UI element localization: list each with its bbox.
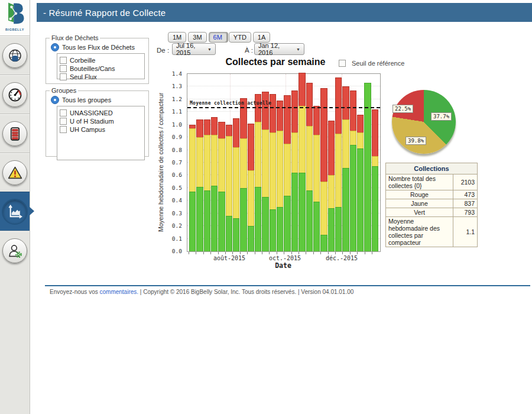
range-button-6m[interactable]: 6M — [209, 32, 227, 43]
yellow-segment — [196, 137, 203, 187]
page-header: - Résumé Rapport de Collecte — [37, 3, 532, 22]
checkbox-label: Seul Flux — [70, 73, 97, 80]
green-segment — [255, 187, 261, 251]
footer-rest: | Copyright © 2016 BigBelly Solar, Inc. … — [138, 289, 353, 295]
waste-stream-filter-panel: Flux de Déchets Tous les Flux de Déchets… — [46, 34, 149, 84]
row-value: 473 — [453, 190, 478, 199]
admin-button[interactable] — [2, 238, 27, 263]
sidebar-item-fullness[interactable] — [0, 114, 30, 153]
alert-triangle-icon — [7, 165, 23, 181]
stacked-bar-week-24[interactable] — [357, 115, 364, 251]
range-button-1m[interactable]: 1M — [168, 32, 186, 43]
checkbox-row-uh-campus[interactable]: UH Campus — [60, 126, 142, 133]
checkbox[interactable] — [60, 118, 67, 125]
stacked-bar-week-14[interactable] — [284, 95, 290, 251]
stacked-bar-week-10[interactable] — [255, 94, 261, 251]
stacked-bar-week-20[interactable] — [328, 121, 335, 251]
pie-label-red: 22.5% — [392, 105, 413, 113]
stacked-bar-week-6[interactable] — [226, 125, 232, 251]
stacked-bar-week-15[interactable] — [291, 90, 298, 251]
from-date-dropdown[interactable]: Jul 16, 2015 ▼ — [172, 43, 216, 55]
stacked-bar-week-8[interactable] — [240, 98, 246, 251]
fullness-button[interactable] — [2, 121, 27, 146]
all-waste-streams-radio-row[interactable]: Tous les Flux de Déchets — [51, 43, 145, 51]
sidebar-item-admin[interactable] — [0, 231, 30, 270]
x-axis-title: Date — [187, 261, 379, 270]
checkbox[interactable] — [60, 73, 67, 80]
radio-selected-icon[interactable] — [51, 43, 59, 51]
stacked-bar-week-16[interactable] — [299, 73, 305, 251]
checkbox[interactable] — [60, 126, 67, 133]
sidebar-item-reports[interactable] — [0, 192, 30, 231]
checkbox-row-seul-flux[interactable]: Seul Flux — [60, 73, 142, 80]
checkbox-row-corbeille[interactable]: Corbeille — [60, 57, 142, 64]
table-row: Nombre total des collectes {0}2103 — [386, 174, 478, 190]
stacked-bar-week-11[interactable] — [262, 92, 268, 251]
stacked-bar-week-18[interactable] — [313, 106, 320, 251]
green-segment — [226, 216, 232, 251]
sidebar-item-map[interactable] — [0, 35, 30, 75]
stacked-bar-week-26[interactable] — [372, 109, 378, 251]
stacked-bar-week-5[interactable] — [218, 122, 225, 251]
range-button-1a[interactable]: 1A — [253, 32, 270, 43]
all-groups-radio-row[interactable]: Tous les groupes — [51, 96, 145, 104]
stacked-bar-week-19[interactable] — [320, 88, 327, 251]
alerts-button[interactable] — [2, 160, 27, 185]
sidebar-item-alerts[interactable] — [0, 153, 30, 192]
checkbox-row-bouteilles-cans[interactable]: Bouteilles/Cans — [60, 65, 142, 72]
stacked-bar-week-13[interactable] — [277, 101, 283, 251]
red-segment — [357, 115, 364, 132]
all-waste-streams-label: Tous les Flux de Déchets — [62, 44, 135, 51]
stacked-bar-week-23[interactable] — [350, 90, 356, 251]
stacked-bar-week-2[interactable] — [196, 119, 203, 251]
bigbelly-logo[interactable]: BIGBELLY — [0, 0, 30, 35]
sidebar-item-dashboard[interactable] — [0, 75, 30, 114]
table-row: Jaune837 — [386, 199, 478, 208]
row-value: 793 — [453, 208, 478, 217]
red-segment — [233, 118, 239, 147]
stacked-bar-week-21[interactable] — [335, 77, 342, 251]
green-segment — [291, 173, 298, 251]
checkbox-row-unassigned[interactable]: UNASSIGNED — [60, 109, 142, 117]
dashboard-button[interactable] — [2, 82, 27, 107]
stacked-bar-week-3[interactable] — [204, 119, 210, 251]
checkbox-label: UNASSIGNED — [70, 109, 113, 117]
y-tick-label: 0.1 — [172, 235, 182, 241]
to-date-dropdown[interactable]: Jan 12, 2016 ▼ — [254, 43, 304, 55]
map-button[interactable] — [2, 43, 27, 68]
checkbox[interactable] — [60, 65, 67, 72]
stacked-bar-week-12[interactable] — [270, 94, 276, 251]
range-button-ytd[interactable]: YTD — [229, 32, 251, 43]
stacked-bar-week-1[interactable] — [189, 125, 196, 251]
reports-button[interactable] — [2, 199, 28, 225]
radio-selected-icon[interactable] — [51, 96, 59, 104]
stacked-bar-week-9[interactable] — [248, 124, 254, 251]
y-tick-label: 0.0 — [172, 248, 182, 254]
threshold-checkbox[interactable] — [339, 60, 346, 67]
yellow-segment — [218, 138, 225, 192]
yellow-segment — [350, 131, 356, 145]
bigbelly-logo-icon — [4, 0, 26, 25]
stacked-bar-week-7[interactable] — [233, 118, 239, 251]
threshold-line — [187, 107, 380, 108]
sidebar: BIGBELLY — [0, 0, 30, 414]
stacked-bar-week-4[interactable] — [211, 117, 218, 251]
threshold-checkbox-row[interactable]: Seuil de référence — [339, 60, 404, 67]
stacked-bar-week-22[interactable] — [342, 86, 349, 251]
feedback-link[interactable]: commentaires. — [100, 289, 139, 295]
yellow-segment — [306, 126, 313, 190]
row-label: Rouge — [386, 190, 453, 199]
checkbox[interactable] — [60, 109, 67, 117]
checkbox[interactable] — [60, 57, 67, 64]
red-segment — [284, 95, 290, 143]
pie-label-yellow: 39.8% — [406, 137, 426, 145]
checkbox-label: Bouteilles/Cans — [70, 65, 115, 72]
green-segment — [306, 190, 313, 251]
groups-legend: Groupes — [50, 87, 78, 94]
yellow-segment — [342, 119, 349, 167]
row-label: Moyenne hebdomadaire des collectes par c… — [386, 217, 453, 247]
range-button-3m[interactable]: 3M — [188, 32, 206, 43]
x-tick-label: août-2015 — [213, 255, 245, 261]
checkbox-row-u-of-h-stadium[interactable]: U of H Stadium — [60, 118, 142, 125]
green-segment — [189, 192, 196, 251]
